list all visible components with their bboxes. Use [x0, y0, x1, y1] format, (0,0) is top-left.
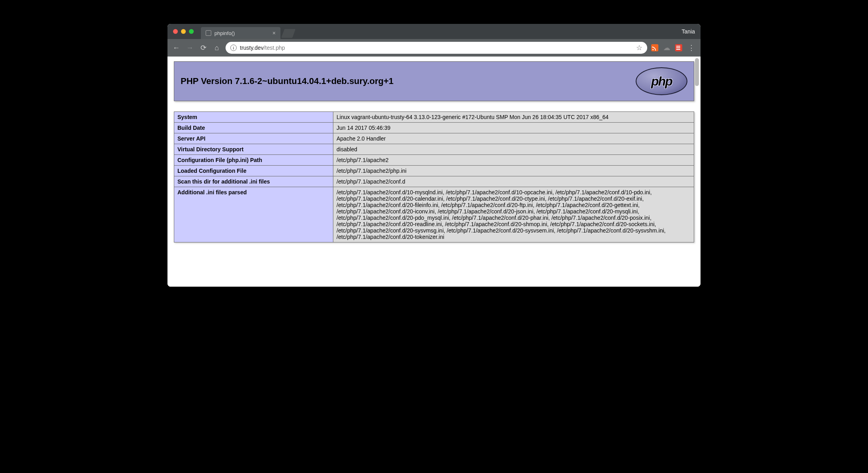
titlebar: phpinfo() × Tania: [167, 24, 701, 39]
page-content: PHP Version 7.1.6-2~ubuntu14.04.1+deb.su…: [167, 57, 701, 287]
document-icon: [206, 30, 211, 36]
forward-button[interactable]: →: [185, 44, 195, 52]
row-key: Scan this dir for additional .ini files: [174, 176, 333, 187]
browser-window: phpinfo() × Tania ← → ⟳ ⌂ i trusty.dev/t…: [167, 24, 701, 287]
row-key: Additional .ini files parsed: [174, 187, 333, 242]
row-value: /etc/php/7.1/apache2: [333, 155, 694, 166]
phpinfo-tbody: System Linux vagrant-ubuntu-trusty-64 3.…: [174, 112, 694, 242]
table-row: Virtual Directory Support disabled: [174, 144, 694, 155]
tab-title: phpinfo(): [214, 30, 235, 36]
browser-tab[interactable]: phpinfo() ×: [201, 27, 280, 39]
scrollbar-thumb[interactable]: [695, 58, 699, 86]
phpinfo-header: PHP Version 7.1.6-2~ubuntu14.04.1+deb.su…: [174, 61, 694, 101]
row-key: Configuration File (php.ini) Path: [174, 155, 333, 166]
php-logo: php: [636, 67, 687, 95]
table-row: Additional .ini files parsed /etc/php/7.…: [174, 187, 694, 242]
bookmark-star-icon[interactable]: ☆: [636, 43, 642, 52]
profile-name[interactable]: Tania: [682, 28, 695, 35]
row-value: Linux vagrant-ubuntu-trusty-64 3.13.0-12…: [333, 112, 694, 123]
rss-extension-icon[interactable]: [651, 44, 658, 51]
url-path: /test.php: [264, 45, 285, 51]
row-value: /etc/php/7.1/apache2/php.ini: [333, 166, 694, 176]
toolbar: ← → ⟳ ⌂ i trusty.dev/test.php ☆ ☁ ⋮: [167, 39, 701, 57]
close-window-button[interactable]: [173, 29, 178, 34]
phpinfo-table: System Linux vagrant-ubuntu-trusty-64 3.…: [174, 111, 694, 242]
row-value: Apache 2.0 Handler: [333, 133, 694, 144]
address-bar[interactable]: i trusty.dev/test.php ☆: [226, 42, 647, 54]
table-row: Build Date Jun 14 2017 05:46:39: [174, 123, 694, 133]
row-key: Virtual Directory Support: [174, 144, 333, 155]
home-button[interactable]: ⌂: [212, 44, 222, 52]
extension-icons: ☁: [651, 43, 682, 52]
table-row: System Linux vagrant-ubuntu-trusty-64 3.…: [174, 112, 694, 123]
window-controls: [173, 29, 194, 34]
table-row: Server API Apache 2.0 Handler: [174, 133, 694, 144]
url-host: trusty.dev: [240, 45, 264, 51]
close-tab-icon[interactable]: ×: [272, 30, 276, 36]
site-info-icon[interactable]: i: [230, 45, 237, 51]
table-row: Loaded Configuration File /etc/php/7.1/a…: [174, 166, 694, 176]
cloud-extension-icon[interactable]: ☁: [663, 43, 670, 52]
todoist-extension-icon[interactable]: [675, 44, 682, 51]
url-text: trusty.dev/test.php: [240, 45, 285, 51]
browser-menu-button[interactable]: ⋮: [686, 43, 697, 52]
row-key: Build Date: [174, 123, 333, 133]
table-row: Configuration File (php.ini) Path /etc/p…: [174, 155, 694, 166]
back-button[interactable]: ←: [171, 44, 181, 52]
table-row: Scan this dir for additional .ini files …: [174, 176, 694, 187]
row-value: Jun 14 2017 05:46:39: [333, 123, 694, 133]
row-key: System: [174, 112, 333, 123]
row-value: /etc/php/7.1/apache2/conf.d/10-mysqlnd.i…: [333, 187, 694, 242]
php-logo-text: php: [651, 74, 672, 89]
reload-button[interactable]: ⟳: [199, 43, 208, 52]
new-tab-button[interactable]: [281, 29, 296, 38]
page-title: PHP Version 7.1.6-2~ubuntu14.04.1+deb.su…: [181, 76, 393, 86]
minimize-window-button[interactable]: [181, 29, 186, 34]
row-key: Loaded Configuration File: [174, 166, 333, 176]
viewport: PHP Version 7.1.6-2~ubuntu14.04.1+deb.su…: [167, 57, 701, 287]
row-key: Server API: [174, 133, 333, 144]
row-value: /etc/php/7.1/apache2/conf.d: [333, 176, 694, 187]
maximize-window-button[interactable]: [189, 29, 194, 34]
row-value: disabled: [333, 144, 694, 155]
